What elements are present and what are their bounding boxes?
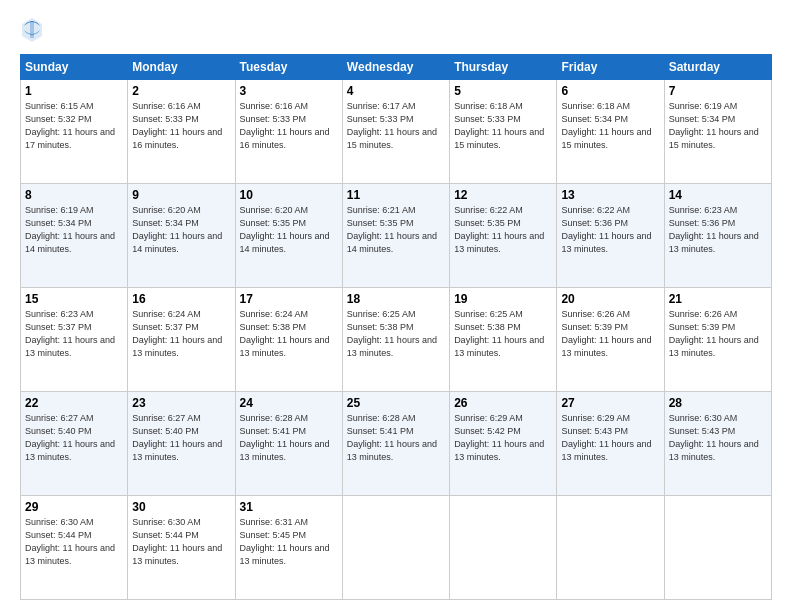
- calendar-day-cell: 24 Sunrise: 6:28 AMSunset: 5:41 PMDaylig…: [235, 392, 342, 496]
- day-info: Sunrise: 6:28 AMSunset: 5:41 PMDaylight:…: [347, 413, 437, 461]
- day-number: 31: [240, 499, 338, 515]
- day-number: 29: [25, 499, 123, 515]
- day-info: Sunrise: 6:18 AMSunset: 5:33 PMDaylight:…: [454, 101, 544, 149]
- day-number: 16: [132, 291, 230, 307]
- calendar-day-cell: 26 Sunrise: 6:29 AMSunset: 5:42 PMDaylig…: [450, 392, 557, 496]
- day-number: 11: [347, 187, 445, 203]
- day-of-week-header: Tuesday: [235, 55, 342, 80]
- day-info: Sunrise: 6:25 AMSunset: 5:38 PMDaylight:…: [454, 309, 544, 357]
- day-of-week-header: Saturday: [664, 55, 771, 80]
- day-number: 1: [25, 83, 123, 99]
- day-of-week-header: Thursday: [450, 55, 557, 80]
- day-number: 7: [669, 83, 767, 99]
- day-of-week-header: Sunday: [21, 55, 128, 80]
- day-number: 10: [240, 187, 338, 203]
- calendar-table: SundayMondayTuesdayWednesdayThursdayFrid…: [20, 54, 772, 600]
- calendar-day-cell: 7 Sunrise: 6:19 AMSunset: 5:34 PMDayligh…: [664, 80, 771, 184]
- day-number: 19: [454, 291, 552, 307]
- calendar-week-row: 1 Sunrise: 6:15 AMSunset: 5:32 PMDayligh…: [21, 80, 772, 184]
- calendar-day-cell: [342, 496, 449, 600]
- day-of-week-header: Wednesday: [342, 55, 449, 80]
- day-number: 27: [561, 395, 659, 411]
- day-info: Sunrise: 6:24 AMSunset: 5:37 PMDaylight:…: [132, 309, 222, 357]
- calendar-day-cell: 15 Sunrise: 6:23 AMSunset: 5:37 PMDaylig…: [21, 288, 128, 392]
- calendar-day-cell: 23 Sunrise: 6:27 AMSunset: 5:40 PMDaylig…: [128, 392, 235, 496]
- calendar-day-cell: 27 Sunrise: 6:29 AMSunset: 5:43 PMDaylig…: [557, 392, 664, 496]
- calendar-day-cell: 5 Sunrise: 6:18 AMSunset: 5:33 PMDayligh…: [450, 80, 557, 184]
- calendar-day-cell: 8 Sunrise: 6:19 AMSunset: 5:34 PMDayligh…: [21, 184, 128, 288]
- day-number: 3: [240, 83, 338, 99]
- calendar-day-cell: 29 Sunrise: 6:30 AMSunset: 5:44 PMDaylig…: [21, 496, 128, 600]
- day-info: Sunrise: 6:15 AMSunset: 5:32 PMDaylight:…: [25, 101, 115, 149]
- day-info: Sunrise: 6:26 AMSunset: 5:39 PMDaylight:…: [561, 309, 651, 357]
- page-header: [20, 16, 772, 44]
- day-info: Sunrise: 6:20 AMSunset: 5:35 PMDaylight:…: [240, 205, 330, 253]
- day-number: 9: [132, 187, 230, 203]
- calendar-day-cell: [450, 496, 557, 600]
- calendar-week-row: 15 Sunrise: 6:23 AMSunset: 5:37 PMDaylig…: [21, 288, 772, 392]
- day-info: Sunrise: 6:30 AMSunset: 5:44 PMDaylight:…: [25, 517, 115, 565]
- calendar-day-cell: 13 Sunrise: 6:22 AMSunset: 5:36 PMDaylig…: [557, 184, 664, 288]
- calendar-day-cell: 18 Sunrise: 6:25 AMSunset: 5:38 PMDaylig…: [342, 288, 449, 392]
- day-info: Sunrise: 6:23 AMSunset: 5:36 PMDaylight:…: [669, 205, 759, 253]
- calendar-day-cell: 10 Sunrise: 6:20 AMSunset: 5:35 PMDaylig…: [235, 184, 342, 288]
- day-number: 30: [132, 499, 230, 515]
- day-info: Sunrise: 6:19 AMSunset: 5:34 PMDaylight:…: [669, 101, 759, 149]
- calendar-week-row: 29 Sunrise: 6:30 AMSunset: 5:44 PMDaylig…: [21, 496, 772, 600]
- calendar-day-cell: 9 Sunrise: 6:20 AMSunset: 5:34 PMDayligh…: [128, 184, 235, 288]
- day-number: 21: [669, 291, 767, 307]
- day-info: Sunrise: 6:29 AMSunset: 5:42 PMDaylight:…: [454, 413, 544, 461]
- day-info: Sunrise: 6:31 AMSunset: 5:45 PMDaylight:…: [240, 517, 330, 565]
- day-info: Sunrise: 6:30 AMSunset: 5:43 PMDaylight:…: [669, 413, 759, 461]
- logo: [20, 16, 48, 44]
- day-number: 4: [347, 83, 445, 99]
- day-number: 15: [25, 291, 123, 307]
- day-number: 20: [561, 291, 659, 307]
- calendar-day-cell: 31 Sunrise: 6:31 AMSunset: 5:45 PMDaylig…: [235, 496, 342, 600]
- day-number: 6: [561, 83, 659, 99]
- day-info: Sunrise: 6:27 AMSunset: 5:40 PMDaylight:…: [132, 413, 222, 461]
- day-info: Sunrise: 6:19 AMSunset: 5:34 PMDaylight:…: [25, 205, 115, 253]
- calendar-day-cell: 12 Sunrise: 6:22 AMSunset: 5:35 PMDaylig…: [450, 184, 557, 288]
- day-of-week-header: Monday: [128, 55, 235, 80]
- calendar-day-cell: 28 Sunrise: 6:30 AMSunset: 5:43 PMDaylig…: [664, 392, 771, 496]
- logo-icon: [20, 16, 44, 44]
- day-info: Sunrise: 6:26 AMSunset: 5:39 PMDaylight:…: [669, 309, 759, 357]
- day-number: 8: [25, 187, 123, 203]
- calendar-day-cell: 22 Sunrise: 6:27 AMSunset: 5:40 PMDaylig…: [21, 392, 128, 496]
- day-of-week-header: Friday: [557, 55, 664, 80]
- calendar-day-cell: 11 Sunrise: 6:21 AMSunset: 5:35 PMDaylig…: [342, 184, 449, 288]
- calendar-week-row: 22 Sunrise: 6:27 AMSunset: 5:40 PMDaylig…: [21, 392, 772, 496]
- day-number: 17: [240, 291, 338, 307]
- calendar-day-cell: 14 Sunrise: 6:23 AMSunset: 5:36 PMDaylig…: [664, 184, 771, 288]
- day-info: Sunrise: 6:25 AMSunset: 5:38 PMDaylight:…: [347, 309, 437, 357]
- day-info: Sunrise: 6:20 AMSunset: 5:34 PMDaylight:…: [132, 205, 222, 253]
- day-info: Sunrise: 6:16 AMSunset: 5:33 PMDaylight:…: [240, 101, 330, 149]
- day-info: Sunrise: 6:18 AMSunset: 5:34 PMDaylight:…: [561, 101, 651, 149]
- calendar-day-cell: 19 Sunrise: 6:25 AMSunset: 5:38 PMDaylig…: [450, 288, 557, 392]
- day-info: Sunrise: 6:30 AMSunset: 5:44 PMDaylight:…: [132, 517, 222, 565]
- day-number: 13: [561, 187, 659, 203]
- calendar-day-cell: [557, 496, 664, 600]
- day-number: 2: [132, 83, 230, 99]
- calendar-day-cell: 3 Sunrise: 6:16 AMSunset: 5:33 PMDayligh…: [235, 80, 342, 184]
- day-info: Sunrise: 6:17 AMSunset: 5:33 PMDaylight:…: [347, 101, 437, 149]
- day-info: Sunrise: 6:29 AMSunset: 5:43 PMDaylight:…: [561, 413, 651, 461]
- calendar-day-cell: [664, 496, 771, 600]
- day-number: 25: [347, 395, 445, 411]
- calendar-week-row: 8 Sunrise: 6:19 AMSunset: 5:34 PMDayligh…: [21, 184, 772, 288]
- day-info: Sunrise: 6:22 AMSunset: 5:36 PMDaylight:…: [561, 205, 651, 253]
- day-info: Sunrise: 6:16 AMSunset: 5:33 PMDaylight:…: [132, 101, 222, 149]
- day-number: 24: [240, 395, 338, 411]
- calendar-day-cell: 6 Sunrise: 6:18 AMSunset: 5:34 PMDayligh…: [557, 80, 664, 184]
- day-info: Sunrise: 6:28 AMSunset: 5:41 PMDaylight:…: [240, 413, 330, 461]
- calendar-day-cell: 1 Sunrise: 6:15 AMSunset: 5:32 PMDayligh…: [21, 80, 128, 184]
- day-number: 5: [454, 83, 552, 99]
- day-number: 22: [25, 395, 123, 411]
- calendar-day-cell: 4 Sunrise: 6:17 AMSunset: 5:33 PMDayligh…: [342, 80, 449, 184]
- day-number: 26: [454, 395, 552, 411]
- day-number: 12: [454, 187, 552, 203]
- day-number: 23: [132, 395, 230, 411]
- day-info: Sunrise: 6:24 AMSunset: 5:38 PMDaylight:…: [240, 309, 330, 357]
- calendar-day-cell: 30 Sunrise: 6:30 AMSunset: 5:44 PMDaylig…: [128, 496, 235, 600]
